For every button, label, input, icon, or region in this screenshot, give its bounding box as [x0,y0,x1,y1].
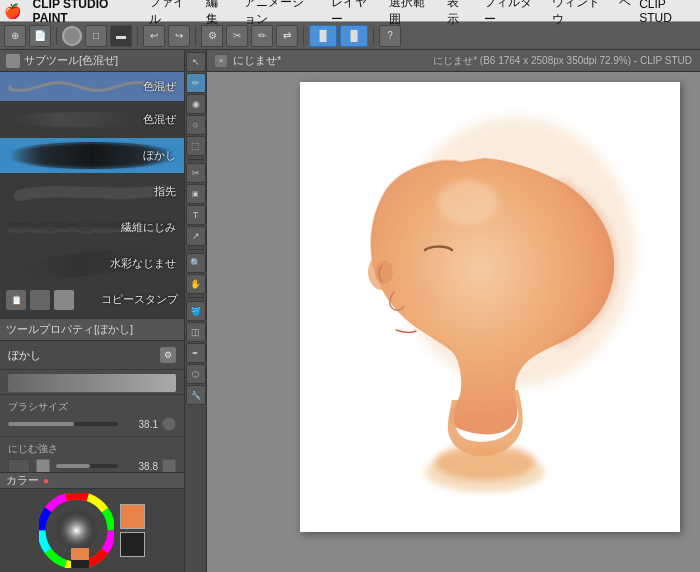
subtool-label-1: 色混ぜ [143,112,176,127]
toolbar-cut[interactable]: ✂ [226,25,248,47]
toolbar-open[interactable]: 📄 [29,25,51,47]
svg-rect-10 [71,560,89,568]
canvas-background[interactable] [207,72,700,572]
canvas-tab-close[interactable]: × [215,55,227,67]
canvas-area: × にじませ* にじませ* (B6 1764 x 2508px 350dpi 7… [207,50,700,572]
tool-prop-settings-icon[interactable]: ⚙ [160,347,176,363]
tool-cut[interactable]: ✂ [186,163,206,183]
left-panel: サブツール[色混ぜ] 色混ぜ 色混ぜ ぼかし 指先 [0,50,185,572]
toolbar-settings[interactable]: ⚙ [201,25,223,47]
canvas-doc-info: にじませ* (B6 1764 x 2508px 350dpi 72.9%) - … [433,54,692,68]
subtool-header: サブツール[色混ぜ] [0,50,184,72]
tool-pen-extra[interactable]: ✒ [186,343,206,363]
color-wheel-area[interactable] [0,489,184,572]
toolbar-square[interactable]: □ [85,25,107,47]
subtool-item-6[interactable]: 📋 コピースタンプ [0,282,184,318]
prop-slider-brush-size[interactable] [8,422,118,426]
menu-help[interactable]: ヘ [611,0,639,30]
tool-prop-title-label: ぼかし [8,348,41,363]
menu-bar: 🍎 CLIP STUDIO PAINT ファイル 編集 アニメーション レイヤー… [0,0,700,22]
tool-bucket[interactable]: 🪣 [186,301,206,321]
toolbar-redo[interactable]: ↪ [168,25,190,47]
toolbar-undo[interactable]: ↩ [143,25,165,47]
toolbar-new[interactable]: ⊕ [4,25,26,47]
subtool-item-4[interactable]: 繊維にじみ [0,210,184,246]
toolbar-separator-3 [195,27,196,45]
subtool-panel: サブツール[色混ぜ] 色混ぜ 色混ぜ ぼかし 指先 [0,50,184,319]
tool-sep-2 [188,249,204,250]
prop-icon-nijimi [162,459,176,472]
apple-menu[interactable]: 🍎 [0,3,25,19]
toolbar-pen[interactable]: ✏ [251,25,273,47]
color-panel: カラー ● [0,472,184,572]
color-tab-indicator[interactable]: ● [43,475,49,486]
toolbar-active-1[interactable]: ▐▌ [309,25,337,47]
toolbar-active-2[interactable]: ▐▌ [340,25,368,47]
svg-point-8 [55,509,99,553]
prop-icon-brush-size [162,417,176,431]
subtool-panel-icon [6,54,20,68]
tool-eraser[interactable]: ⬡ [186,364,206,384]
prop-label-nijimi: にじむ強さ [8,442,176,456]
tool-sidebar: ↖ ✏ ◉ ○ ⬚ ✂ ▣ T ↗ 🔍 ✋ 🪣 ◫ ✒ ⬡ 🔧 [185,50,207,572]
subtool-label-4: 繊維にじみ [121,220,176,235]
subtool-header-label: サブツール[色混ぜ] [24,53,118,68]
tool-gradient[interactable]: ◫ [186,322,206,342]
tool-zoom[interactable]: 🔍 [186,253,206,273]
toolbar-rect[interactable]: ▬ [110,25,132,47]
main-layout: サブツール[色混ぜ] 色混ぜ 色混ぜ ぼかし 指先 [0,50,700,572]
tool-select[interactable]: ↖ [186,52,206,72]
color-wheel[interactable] [39,493,114,568]
menu-filter[interactable]: フィルター [476,0,541,30]
tool-sep-3 [188,297,204,298]
toolbar-separator-5 [373,27,374,45]
drawing-canvas [300,82,680,532]
toolbar-transform[interactable]: ⇄ [276,25,298,47]
tool-extra[interactable]: 🔧 [186,385,206,405]
tool-prop-header: ツールプロパティ[ぼかし] [0,319,184,341]
prop-label-brush-size: ブラシサイズ [8,400,176,414]
subtool-item-0[interactable]: 色混ぜ [0,72,184,102]
subtool-label-2: ぼかし [143,148,176,163]
prop-row-nijimi: にじむ強さ 38.8 [0,437,184,472]
canvas-tab: × にじませ* にじませ* (B6 1764 x 2508px 350dpi 7… [207,50,700,72]
color-panel-label: カラー [6,473,39,488]
menu-view[interactable]: 表示 [439,0,475,30]
svg-point-16 [396,283,440,311]
subtool-item-1[interactable]: 色混ぜ [0,102,184,138]
tool-eyedrop[interactable]: ◉ [186,94,206,114]
tool-hand[interactable]: ✋ [186,274,206,294]
svg-point-13 [375,260,393,284]
app-name: CLIP STUDIO PAINT [25,0,141,25]
prop-slider-nijimi[interactable] [56,464,118,468]
subtool-label-0: 色混ぜ [143,79,176,94]
tool-text[interactable]: T [186,205,206,225]
svg-point-17 [438,180,498,224]
menu-window[interactable]: ウィンドウ [544,0,609,30]
tool-fill[interactable]: ▣ [186,184,206,204]
canvas-tab-label: にじませ* [233,53,281,68]
toolbar-color-blend[interactable] [62,26,82,46]
tool-arrow[interactable]: ↗ [186,226,206,246]
tool-brush[interactable]: ✏ [186,73,206,93]
prop-value-nijimi: 38.8 [122,461,158,472]
svg-point-15 [425,452,545,492]
toolbar-separator-2 [137,27,138,45]
toolbar-help[interactable]: ? [379,25,401,47]
subtool-item-5[interactable]: 水彩なじませ [0,246,184,282]
tool-property-panel: ツールプロパティ[ぼかし] ぼかし ⚙ ブラシサイズ 38.1 [0,319,184,472]
subtool-item-2[interactable]: ぼかし [0,138,184,174]
color-panel-header: カラー ● [0,473,184,489]
subtool-label-3: 指先 [154,184,176,199]
subtool-item-3[interactable]: 指先 [0,174,184,210]
tool-lasso[interactable]: ○ [186,115,206,135]
subtool-label-5: 水彩なじませ [110,256,176,271]
tool-prop-title-row: ぼかし ⚙ [0,341,184,370]
subtool-label-6: コピースタンプ [101,292,178,307]
prop-row-brush-size: ブラシサイズ 38.1 [0,395,184,437]
tool-sep-1 [188,159,204,160]
toolbar-separator-4 [303,27,304,45]
tool-marquee[interactable]: ⬚ [186,136,206,156]
tool-prop-header-label: ツールプロパティ[ぼかし] [6,322,133,337]
toolbar-separator-1 [56,27,57,45]
